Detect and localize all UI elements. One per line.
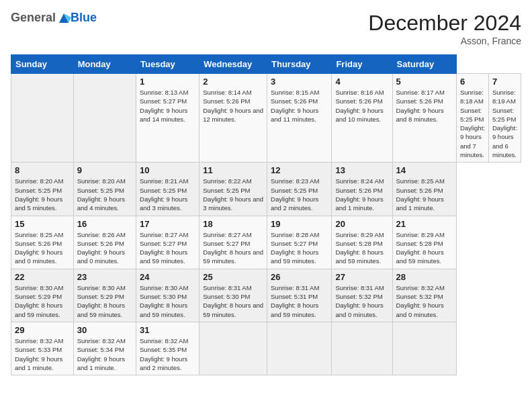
day-number: 2 [203,77,263,87]
week-row-5: 29Sunrise: 8:32 AMSunset: 5:33 PMDayligh… [11,322,521,375]
day-header-friday: Friday [332,55,392,74]
calendar-cell [73,74,136,163]
cell-details: Sunrise: 8:25 AMSunset: 5:26 PMDaylight:… [396,177,453,212]
calendar-cell: 26Sunrise: 8:31 AMSunset: 5:31 PMDayligh… [267,269,332,322]
cell-details: Sunrise: 8:30 AMSunset: 5:29 PMDaylight:… [77,283,132,319]
week-row-4: 22Sunrise: 8:30 AMSunset: 5:29 PMDayligh… [11,269,521,322]
calendar-cell: 15Sunrise: 8:25 AMSunset: 5:26 PMDayligh… [11,216,74,269]
calendar-cell: 18Sunrise: 8:27 AMSunset: 5:27 PMDayligh… [200,216,267,269]
cell-details: Sunrise: 8:28 AMSunset: 5:27 PMDaylight:… [271,230,328,266]
day-number: 29 [15,325,70,335]
day-number: 28 [396,272,453,282]
cell-details: Sunrise: 8:16 AMSunset: 5:26 PMDaylight:… [335,88,388,124]
day-number: 30 [77,325,132,335]
day-header-tuesday: Tuesday [136,55,200,74]
calendar-cell: 11Sunrise: 8:22 AMSunset: 5:25 PMDayligh… [200,163,267,216]
day-header-monday: Monday [73,55,136,74]
day-number: 3 [271,77,328,87]
calendar-cell: 14Sunrise: 8:25 AMSunset: 5:26 PMDayligh… [392,163,456,216]
day-number: 4 [335,77,388,87]
cell-details: Sunrise: 8:30 AMSunset: 5:29 PMDaylight:… [15,283,70,319]
calendar-cell: 22Sunrise: 8:30 AMSunset: 5:29 PMDayligh… [11,269,74,322]
day-number: 14 [396,165,453,175]
cell-details: Sunrise: 8:13 AMSunset: 5:27 PMDaylight:… [140,88,195,124]
location-subtitle: Asson, France [368,36,521,46]
calendar-cell: 1Sunrise: 8:13 AMSunset: 5:27 PMDaylight… [136,74,200,163]
calendar-cell: 25Sunrise: 8:31 AMSunset: 5:30 PMDayligh… [200,269,267,322]
title-block: December 2024 Asson, France [368,11,521,46]
day-number: 13 [335,165,388,175]
day-number: 1 [140,77,195,87]
week-row-3: 15Sunrise: 8:25 AMSunset: 5:26 PMDayligh… [11,216,521,269]
cell-details: Sunrise: 8:14 AMSunset: 5:26 PMDaylight:… [203,88,263,124]
week-row-1: 1Sunrise: 8:13 AMSunset: 5:27 PMDaylight… [11,74,521,163]
calendar-cell: 8Sunrise: 8:20 AMSunset: 5:25 PMDaylight… [11,163,74,216]
logo-general: General [11,11,56,24]
cell-details: Sunrise: 8:26 AMSunset: 5:26 PMDaylight:… [77,230,132,266]
week-row-2: 8Sunrise: 8:20 AMSunset: 5:25 PMDaylight… [11,163,521,216]
calendar-cell: 3Sunrise: 8:15 AMSunset: 5:26 PMDaylight… [267,74,332,163]
calendar-cell: 7Sunrise: 8:19 AMSunset: 5:25 PMDaylight… [488,74,521,163]
day-number: 12 [271,165,328,175]
cell-details: Sunrise: 8:32 AMSunset: 5:35 PMDaylight:… [140,336,195,372]
calendar-cell: 27Sunrise: 8:31 AMSunset: 5:32 PMDayligh… [332,269,392,322]
day-number: 9 [77,165,132,175]
calendar-cell: 4Sunrise: 8:16 AMSunset: 5:26 PMDaylight… [332,74,392,163]
day-header-thursday: Thursday [267,55,332,74]
logo-icon [56,11,71,26]
calendar-cell: 20Sunrise: 8:29 AMSunset: 5:28 PMDayligh… [332,216,392,269]
cell-details: Sunrise: 8:27 AMSunset: 5:27 PMDaylight:… [203,230,263,266]
calendar-cell: 16Sunrise: 8:26 AMSunset: 5:26 PMDayligh… [73,216,136,269]
month-year-title: December 2024 [368,11,521,36]
cell-details: Sunrise: 8:18 AMSunset: 5:25 PMDaylight:… [460,88,485,159]
calendar-cell: 21Sunrise: 8:29 AMSunset: 5:28 PMDayligh… [392,216,456,269]
page-header: General Blue December 2024 Asson, France [11,11,521,46]
calendar-cell: 24Sunrise: 8:30 AMSunset: 5:30 PMDayligh… [136,269,200,322]
day-number: 24 [140,272,195,282]
calendar-cell [267,322,332,375]
cell-details: Sunrise: 8:21 AMSunset: 5:25 PMDaylight:… [140,177,195,212]
cell-details: Sunrise: 8:17 AMSunset: 5:26 PMDaylight:… [396,88,453,124]
cell-details: Sunrise: 8:32 AMSunset: 5:34 PMDaylight:… [77,336,132,372]
day-number: 20 [335,219,388,229]
day-number: 18 [203,219,263,229]
calendar-cell: 19Sunrise: 8:28 AMSunset: 5:27 PMDayligh… [267,216,332,269]
cell-details: Sunrise: 8:29 AMSunset: 5:28 PMDaylight:… [396,230,453,266]
calendar-cell: 12Sunrise: 8:23 AMSunset: 5:25 PMDayligh… [267,163,332,216]
day-header-sunday: Sunday [11,55,74,74]
day-number: 10 [140,165,195,175]
day-number: 27 [335,272,388,282]
logo-blue: Blue [71,11,97,25]
day-number: 6 [460,77,485,87]
day-number: 31 [140,325,195,335]
cell-details: Sunrise: 8:30 AMSunset: 5:30 PMDaylight:… [140,283,195,319]
day-number: 5 [396,77,453,87]
calendar-cell [200,322,267,375]
calendar-cell: 28Sunrise: 8:32 AMSunset: 5:32 PMDayligh… [392,269,456,322]
calendar-cell: 2Sunrise: 8:14 AMSunset: 5:26 PMDaylight… [200,74,267,163]
cell-details: Sunrise: 8:31 AMSunset: 5:32 PMDaylight:… [335,283,388,319]
day-number: 17 [140,219,195,229]
cell-details: Sunrise: 8:27 AMSunset: 5:27 PMDaylight:… [140,230,195,266]
calendar-cell: 13Sunrise: 8:24 AMSunset: 5:26 PMDayligh… [332,163,392,216]
days-header-row: SundayMondayTuesdayWednesdayThursdayFrid… [11,55,521,74]
cell-details: Sunrise: 8:29 AMSunset: 5:28 PMDaylight:… [335,230,388,266]
cell-details: Sunrise: 8:31 AMSunset: 5:30 PMDaylight:… [203,283,263,319]
day-number: 25 [203,272,263,282]
cell-details: Sunrise: 8:20 AMSunset: 5:25 PMDaylight:… [77,177,132,212]
day-header-saturday: Saturday [392,55,456,74]
cell-details: Sunrise: 8:32 AMSunset: 5:32 PMDaylight:… [396,283,453,319]
logo: General Blue [11,11,97,26]
calendar-cell: 23Sunrise: 8:30 AMSunset: 5:29 PMDayligh… [73,269,136,322]
cell-details: Sunrise: 8:32 AMSunset: 5:33 PMDaylight:… [15,336,70,372]
calendar-cell: 17Sunrise: 8:27 AMSunset: 5:27 PMDayligh… [136,216,200,269]
calendar-cell: 10Sunrise: 8:21 AMSunset: 5:25 PMDayligh… [136,163,200,216]
day-number: 26 [271,272,328,282]
calendar-cell: 29Sunrise: 8:32 AMSunset: 5:33 PMDayligh… [11,322,74,375]
calendar-table: SundayMondayTuesdayWednesdayThursdayFrid… [11,54,521,375]
day-number: 7 [492,77,517,87]
cell-details: Sunrise: 8:20 AMSunset: 5:25 PMDaylight:… [15,177,70,212]
day-number: 21 [396,219,453,229]
day-number: 23 [77,272,132,282]
day-number: 16 [77,219,132,229]
